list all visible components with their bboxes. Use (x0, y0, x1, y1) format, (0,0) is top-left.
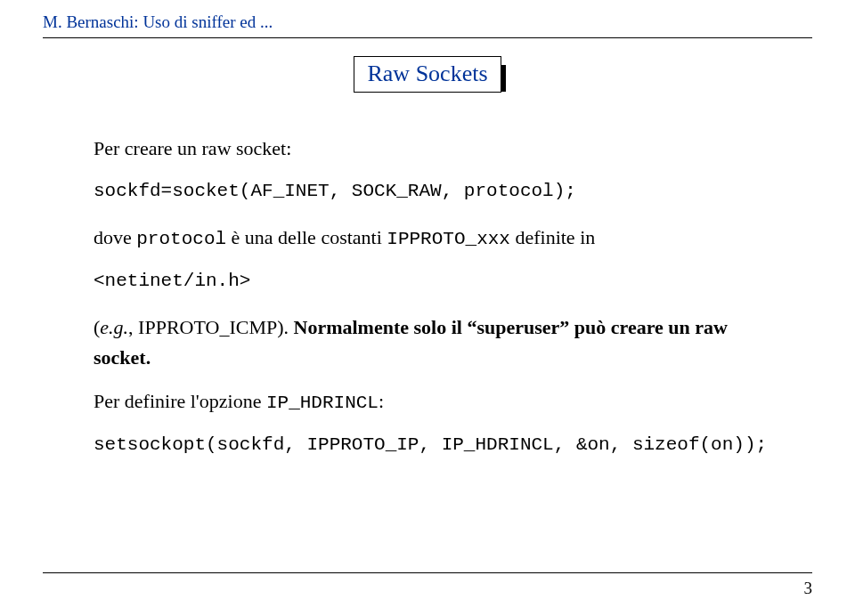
code-ipproto-xxx: IPPROTO_xxx (387, 229, 510, 249)
code-netinet-header: <netinet/in.h> (94, 267, 770, 296)
hdrincl-line: Per definire l'opzione IP_HDRINCL: (94, 386, 770, 418)
running-header: M. Bernaschi: Uso di sniffer ed ... (43, 12, 273, 32)
eg-rest: , IPPROTO_ICMP). (128, 316, 293, 338)
text-per-definire: Per definire l'opzione (94, 390, 266, 412)
colon: : (379, 390, 384, 412)
code-ip-hdrincl: IP_HDRINCL (266, 393, 379, 413)
code-protocol: protocol (136, 229, 226, 249)
text-dove: dove (94, 226, 136, 248)
content-area: Per creare un raw socket: sockfd=socket(… (94, 134, 770, 476)
top-rule (43, 37, 812, 38)
title-wrap: Raw Sockets (0, 61, 855, 87)
page-container: M. Bernaschi: Uso di sniffer ed ... Raw … (0, 0, 855, 616)
title-box: Raw Sockets (354, 61, 501, 87)
code-socket-call: sockfd=socket(AF_INET, SOCK_RAW, protoco… (94, 177, 770, 207)
eg-italic: e.g. (100, 316, 128, 338)
bottom-rule (43, 572, 812, 573)
slide-title: Raw Sockets (354, 56, 501, 93)
text-definite-in: definite in (510, 226, 595, 248)
protocol-explain: dove protocol è una delle costanti IPPRO… (94, 223, 770, 255)
text-euna: è una delle costanti (226, 226, 387, 248)
intro-line: Per creare un raw socket: (94, 134, 770, 164)
code-setsockopt: setsockopt(sockfd, IPPROTO_IP, IP_HDRINC… (94, 431, 770, 460)
page-number: 3 (804, 579, 813, 598)
eg-superuser: (e.g., IPPROTO_ICMP). Normalmente solo i… (94, 312, 770, 373)
